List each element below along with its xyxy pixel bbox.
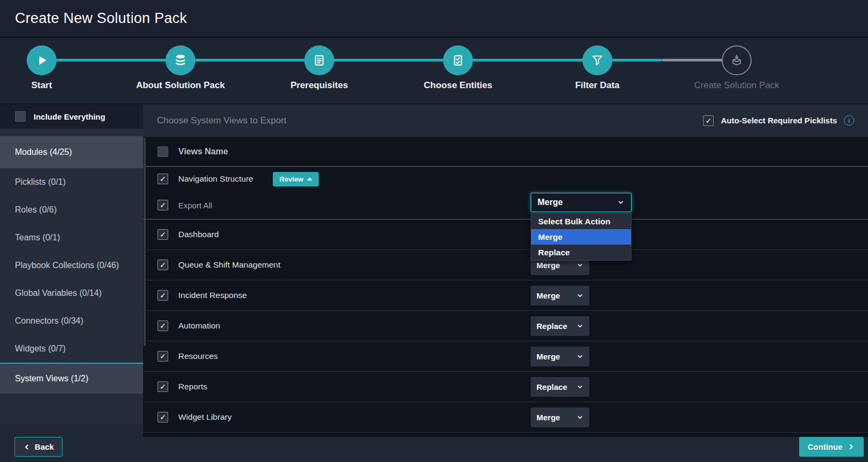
document-icon xyxy=(312,53,326,67)
action-select[interactable]: Merge xyxy=(531,347,589,366)
stepper-step-prerequisites[interactable]: Prerequisites xyxy=(271,45,367,91)
include-everything-row[interactable]: Include Everything xyxy=(0,104,143,129)
wizard-stepper: Start About Solution Pack Prerequisites … xyxy=(0,38,868,104)
view-row-label: Incident Response xyxy=(178,291,247,300)
bulk-menu-option[interactable]: Select Bulk Action xyxy=(531,214,631,229)
funnel-icon xyxy=(590,53,604,67)
navigation-structure-label: Navigation Structure xyxy=(178,174,253,184)
stepper-step-create-solution-pack[interactable]: Create Solution Pack xyxy=(689,45,785,91)
action-select[interactable]: Merge xyxy=(531,408,589,427)
step-label: Prerequisites xyxy=(271,80,367,91)
sidebar-item-playbook-collections[interactable]: Playbook Collections (0/46) xyxy=(0,252,143,279)
bulk-action-value: Merge xyxy=(538,198,563,207)
bulk-action-menu: Select Bulk ActionMergeReplace xyxy=(531,213,632,261)
view-row-label: Dashboard xyxy=(178,230,219,239)
select-all-checkbox[interactable] xyxy=(157,146,168,157)
view-row-checkbox[interactable]: ✓ xyxy=(157,290,168,301)
stepper-step-choose-entities[interactable]: Choose Entities xyxy=(410,45,506,91)
title-bar: Create New Solution Pack xyxy=(0,0,868,37)
action-select-value: Merge xyxy=(536,352,560,361)
page-title: Create New Solution Pack xyxy=(0,10,187,27)
view-row-checkbox[interactable]: ✓ xyxy=(157,320,168,331)
package-icon xyxy=(730,53,744,67)
chevron-up-icon xyxy=(307,177,312,181)
panel-header: Choose System Views to Export ✓ Auto-Sel… xyxy=(143,104,868,137)
chevron-down-icon xyxy=(577,262,583,269)
action-select-value: Merge xyxy=(536,291,560,300)
navigation-structure-checkbox[interactable]: ✓ xyxy=(157,174,168,184)
back-button[interactable]: Back xyxy=(14,437,62,457)
bulk-menu-option[interactable]: Merge xyxy=(531,229,631,245)
chevron-down-icon xyxy=(577,383,583,390)
view-row-label: Widget Library xyxy=(178,412,232,422)
view-row: ✓ Resources Merge xyxy=(143,341,868,372)
view-row-checkbox[interactable]: ✓ xyxy=(157,351,168,362)
step-label: Filter Data xyxy=(549,80,645,91)
auto-select-label: Auto-Select Required Picklists xyxy=(721,116,837,125)
sidebar-item-widgets[interactable]: Widgets (0/7) xyxy=(0,335,143,363)
sidebar-item-roles[interactable]: Roles (0/6) xyxy=(0,196,143,224)
view-row: ✓ Queue & Shift Management Merge xyxy=(143,250,868,280)
action-select-value: Merge xyxy=(536,261,560,270)
include-everything-label: Include Everything xyxy=(34,112,105,121)
include-everything-checkbox[interactable] xyxy=(15,111,26,122)
info-icon[interactable]: i xyxy=(844,115,854,126)
play-icon xyxy=(35,53,49,67)
action-select[interactable]: Replace xyxy=(531,377,589,397)
view-row-label: Resources xyxy=(178,351,218,361)
stepper-step-filter-data[interactable]: Filter Data xyxy=(549,45,645,91)
step-label: Start xyxy=(0,80,90,91)
view-row: ✓ Automation Replace xyxy=(143,311,868,341)
sidebar-item-system-views[interactable]: System Views (1/2) xyxy=(0,363,143,394)
view-row-checkbox[interactable]: ✓ xyxy=(157,381,168,392)
chevron-down-icon xyxy=(577,414,583,421)
view-row-checkbox[interactable]: ✓ xyxy=(157,260,168,270)
view-row-label: Reports xyxy=(178,382,207,391)
navigation-structure-row: ✓ Navigation Structure Review xyxy=(143,167,868,191)
table-header-row: Views Name xyxy=(143,137,868,167)
continue-button-label: Continue xyxy=(808,442,842,451)
sidebar-item-global-variables[interactable]: Global Variables (0/14) xyxy=(0,279,143,307)
stepper-step-about-solution-pack[interactable]: About Solution Pack xyxy=(132,45,228,91)
stepper-step-start[interactable]: Start xyxy=(0,45,90,91)
views-table: Views Name ✓ Navigation Structure Review… xyxy=(143,137,868,437)
view-row: ✓ Widget Library Merge xyxy=(143,402,868,433)
step-label: Choose Entities xyxy=(410,80,506,91)
view-row-label: Queue & Shift Management xyxy=(178,260,280,270)
checklist-icon xyxy=(451,53,465,67)
views-name-header: Views Name xyxy=(178,147,228,156)
chevron-down-icon xyxy=(577,353,583,360)
sidebar-item-connectors[interactable]: Connectors (0/34) xyxy=(0,307,143,335)
step-label: About Solution Pack xyxy=(132,80,228,91)
bulk-action-select[interactable]: Merge xyxy=(531,193,632,212)
action-select[interactable]: Replace xyxy=(531,316,589,336)
view-row-checkbox[interactable]: ✓ xyxy=(157,412,168,422)
action-select-value: Merge xyxy=(536,413,560,422)
action-select-value: Replace xyxy=(536,322,567,331)
auto-select-picklists[interactable]: ✓ Auto-Select Required Picklists i xyxy=(703,115,854,126)
export-all-row: ✓ Export All xyxy=(143,191,868,220)
export-all-label: Export All xyxy=(178,201,212,210)
back-button-label: Back xyxy=(35,442,54,451)
review-button[interactable]: Review xyxy=(273,172,319,186)
step-label: Create Solution Pack xyxy=(689,80,785,91)
chevron-down-icon xyxy=(617,199,625,206)
entities-sidebar: Include Everything Modules (4/25)Picklis… xyxy=(0,104,143,424)
sidebar-item-teams[interactable]: Teams (0/1) xyxy=(0,224,143,252)
action-select-value: Replace xyxy=(536,382,567,391)
database-icon xyxy=(173,53,187,67)
chevron-left-icon xyxy=(23,443,30,451)
bulk-menu-option[interactable]: Replace xyxy=(531,245,631,260)
chevron-down-icon xyxy=(577,292,583,299)
sidebar-item-modules[interactable]: Modules (4/25) xyxy=(0,136,143,168)
export-all-checkbox[interactable]: ✓ xyxy=(157,200,168,210)
review-button-label: Review xyxy=(279,175,303,183)
chevron-right-icon xyxy=(847,443,855,451)
action-select[interactable]: Merge xyxy=(531,286,589,306)
view-row-label: Automation xyxy=(178,321,220,331)
sidebar-item-picklists[interactable]: Picklists (0/1) xyxy=(0,168,143,196)
bulk-action-dropdown: Merge Select Bulk ActionMergeReplace xyxy=(531,193,632,261)
auto-select-checkbox[interactable]: ✓ xyxy=(703,115,714,126)
continue-button[interactable]: Continue xyxy=(799,437,864,457)
view-row-checkbox[interactable]: ✓ xyxy=(157,229,168,240)
